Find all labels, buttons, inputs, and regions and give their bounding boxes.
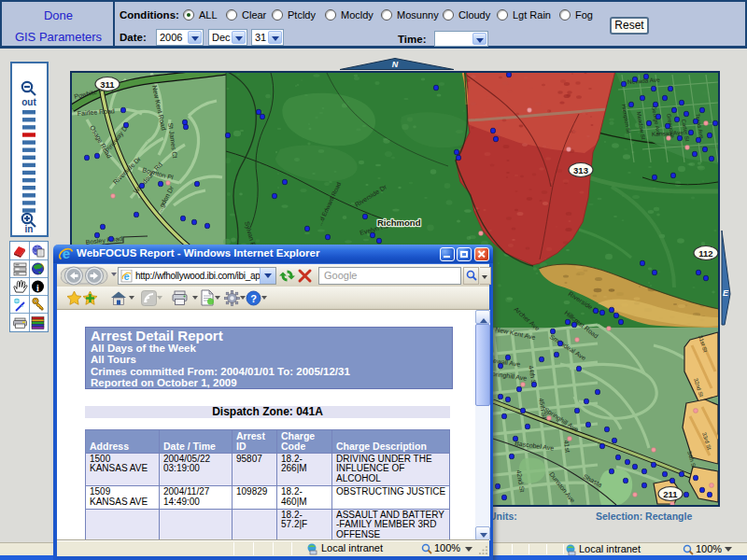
- svg-text:e: e: [123, 271, 129, 282]
- svg-text:out: out: [21, 97, 36, 107]
- svg-text:E: E: [723, 288, 729, 298]
- svg-text:211: 211: [663, 489, 678, 499]
- svg-text:Richmond: Richmond: [377, 217, 421, 228]
- svg-text:in: in: [25, 224, 34, 234]
- svg-text:?: ?: [250, 293, 257, 304]
- svg-text:112: 112: [698, 248, 712, 259]
- svg-text:N: N: [392, 60, 399, 69]
- svg-text:313: 313: [573, 165, 588, 175]
- svg-text:i: i: [36, 283, 39, 293]
- svg-text:311: 311: [100, 79, 115, 90]
